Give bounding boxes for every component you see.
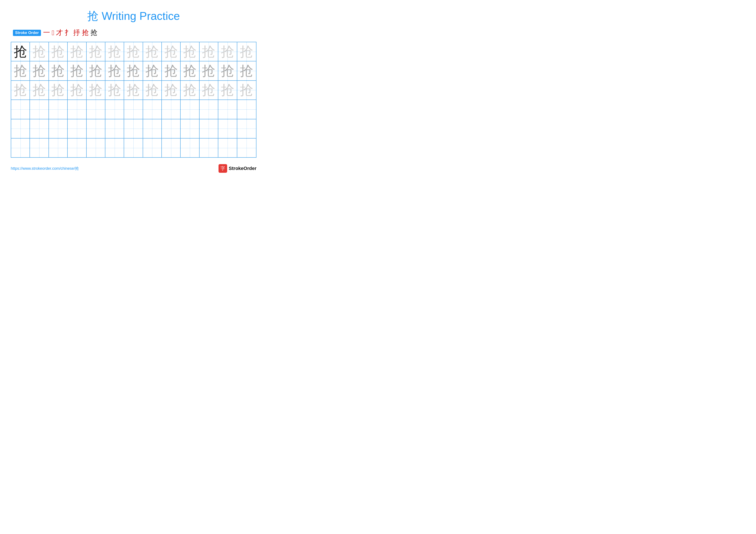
char-display: 抢 [33,83,46,97]
grid-cell [68,100,86,119]
grid-cell: 抢 [11,81,30,99]
char-display: 抢 [221,83,234,97]
char-display: 抢 [51,64,65,78]
char-display: 抢 [240,83,253,97]
char-display: 抢 [89,45,102,58]
grid-cell: 抢 [162,81,180,99]
grid-cell: 抢 [162,42,180,61]
logo-icon: 字 [219,164,227,173]
grid-cell: 抢 [30,81,49,99]
grid-cell [30,100,49,119]
grid-cell [105,139,124,157]
grid-cell: 抢 [49,81,68,99]
char-display: 抢 [146,83,159,97]
char-display: 抢 [70,64,84,78]
grid-cell: 抢 [11,62,30,80]
grid-cell: 抢 [180,62,199,80]
grid-cell [162,100,180,119]
grid-cell [237,100,256,119]
grid-cell [237,119,256,138]
grid-cell: 抢 [218,42,237,61]
grid-cell: 抢 [49,42,68,61]
grid-cell: 抢 [49,62,68,80]
grid-cell [200,139,218,157]
grid-row-5 [11,119,256,139]
char-display: 抢 [202,64,215,78]
stroke-step-7: 抢 [91,28,97,38]
grid-cell: 抢 [105,62,124,80]
grid-cell [218,139,237,157]
char-display: 抢 [221,45,234,58]
grid-cell [162,119,180,138]
grid-cell: 抢 [237,62,256,80]
grid-row-6 [11,139,256,157]
stroke-step-5: 抙 [73,28,80,38]
char-display: 抢 [127,83,140,97]
stroke-steps: 一 𠄌 才 扌 抙 抢 抢 [43,28,97,38]
grid-cell: 抢 [87,42,105,61]
char-display: 抢 [183,64,197,78]
char-display: 抢 [240,64,253,78]
grid-cell: 抢 [218,81,237,99]
char-display: 抢 [14,45,27,58]
char-display: 抢 [108,45,121,58]
grid-cell: 抢 [124,42,143,61]
grid-cell: 抢 [68,81,86,99]
grid-cell: 抢 [218,62,237,80]
grid-row-2: 抢 抢 抢 抢 抢 抢 抢 抢 抢 抢 抢 抢 [11,62,256,81]
grid-cell: 抢 [237,81,256,99]
logo-text: StrokeOrder [229,165,256,171]
grid-cell [49,139,68,157]
footer: https://www.strokeorder.com/chinese/抢 字 … [11,164,256,173]
grid-cell [180,119,199,138]
char-display: 抢 [164,83,178,97]
grid-cell: 抢 [124,62,143,80]
grid-cell [49,119,68,138]
grid-cell: 抢 [87,81,105,99]
char-display: 抢 [221,64,234,78]
grid-cell [124,119,143,138]
practice-grid: 抢 抢 抢 抢 抢 抢 抢 抢 抢 抢 抢 抢 [11,42,256,158]
grid-cell [68,119,86,138]
grid-cell [237,139,256,157]
grid-cell: 抢 [143,42,162,61]
grid-cell [180,100,199,119]
char-display: 抢 [33,64,46,78]
char-display: 抢 [240,45,253,58]
grid-cell: 抢 [143,81,162,99]
char-display: 抢 [108,64,121,78]
grid-cell: 抢 [180,81,199,99]
char-display: 抢 [127,64,140,78]
grid-cell: 抢 [30,62,49,80]
grid-cell [30,139,49,157]
grid-cell [200,100,218,119]
grid-cell [143,119,162,138]
footer-url: https://www.strokeorder.com/chinese/抢 [11,166,79,171]
stroke-step-1: 一 [43,28,50,38]
stroke-step-4: 扌 [65,28,71,38]
grid-cell [87,139,105,157]
page-title: 抢 Writing Practice [11,9,256,24]
char-display: 抢 [183,83,197,97]
grid-cell: 抢 [11,42,30,61]
grid-cell: 抢 [105,81,124,99]
grid-cell: 抢 [237,42,256,61]
grid-cell: 抢 [68,42,86,61]
grid-cell [218,119,237,138]
grid-cell: 抢 [200,42,218,61]
grid-cell [11,139,30,157]
stroke-order-row: Stroke Order 一 𠄌 才 扌 抙 抢 抢 [13,28,256,38]
grid-cell [87,119,105,138]
char-display: 抢 [51,45,65,58]
grid-cell [200,119,218,138]
grid-cell [49,100,68,119]
grid-cell [218,100,237,119]
grid-cell [162,139,180,157]
grid-cell [124,100,143,119]
grid-cell: 抢 [87,62,105,80]
char-display: 抢 [33,45,46,58]
stroke-order-badge: Stroke Order [13,30,41,36]
grid-cell: 抢 [105,42,124,61]
stroke-step-3: 才 [56,28,63,38]
grid-cell [11,119,30,138]
